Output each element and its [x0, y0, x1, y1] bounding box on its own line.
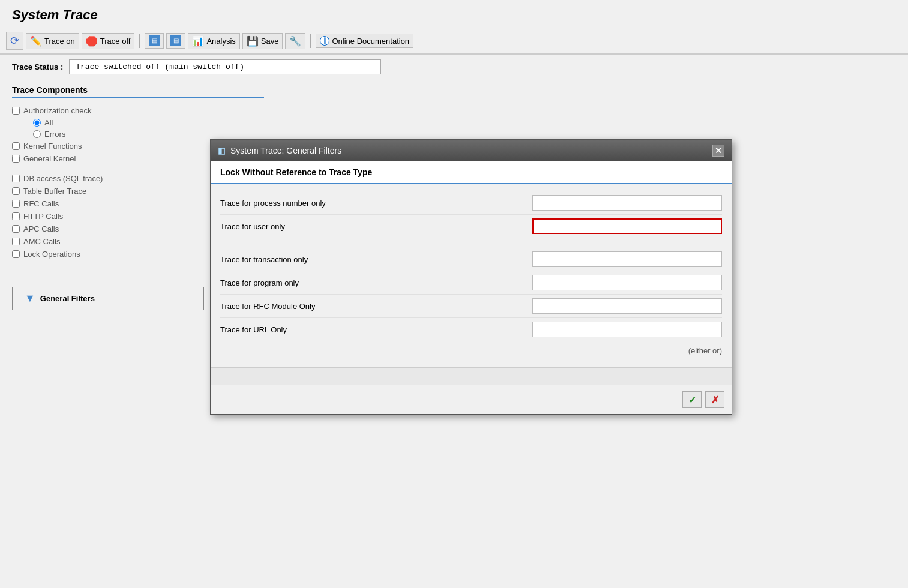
- dialog-buttons: ✓ ✗: [211, 385, 732, 414]
- export2-icon: ▤: [170, 35, 181, 46]
- form-row-transaction: Trace for transaction only: [220, 248, 722, 271]
- form-row-url: Trace for URL Only: [220, 318, 722, 341]
- status-value: Trace switched off (main switch off): [69, 59, 381, 74]
- status-bar: Trace Status : Trace switched off (main …: [0, 55, 908, 79]
- content-area: Trace Components Authorization check All…: [0, 79, 908, 565]
- ok-button[interactable]: ✓: [682, 391, 702, 408]
- trace-off-icon: 🛑: [86, 35, 98, 47]
- dialog-section-header: Lock Without Reference to Trace Type: [211, 161, 732, 184]
- separator-2: [310, 34, 311, 48]
- separator-1: [139, 34, 140, 48]
- transaction-only-input[interactable]: [532, 251, 722, 267]
- save-button[interactable]: 💾 Save: [242, 33, 283, 49]
- online-doc-label: Online Documentation: [332, 37, 409, 46]
- process-number-label: Trace for process number only: [220, 199, 532, 208]
- cancel-icon: ✗: [711, 394, 719, 406]
- dialog-titlebar-left: ◧ System Trace: General Filters: [218, 146, 341, 155]
- trace-off-label: Trace off: [100, 37, 131, 46]
- user-only-label: Trace for user only: [220, 222, 532, 231]
- trace-off-button[interactable]: 🛑 Trace off: [82, 33, 135, 49]
- form-spacer: [220, 238, 722, 248]
- analysis-label: Analysis: [206, 37, 235, 46]
- tools-button[interactable]: 🔧: [285, 33, 305, 49]
- info-icon: i: [320, 36, 329, 46]
- analysis-button[interactable]: 📊 Analysis: [188, 33, 239, 49]
- either-or-row: (either or): [220, 341, 722, 360]
- general-filters-dialog: ◧ System Trace: General Filters ✕ Lock W…: [210, 139, 732, 415]
- rfc-module-only-label: Trace for RFC Module Only: [220, 302, 532, 311]
- dialog-window-icon: ◧: [218, 146, 226, 155]
- status-label: Trace Status :: [12, 62, 63, 71]
- page-title: System Trace: [12, 7, 896, 23]
- analysis-icon: 📊: [192, 35, 204, 47]
- form-row-user: Trace for user only: [220, 215, 722, 238]
- export1-button[interactable]: ▤: [145, 33, 164, 49]
- dialog-title: System Trace: General Filters: [230, 146, 341, 155]
- form-row-program: Trace for program only: [220, 271, 722, 295]
- toolbar: ⟳ ✏️ Trace on 🛑 Trace off ▤ ▤ 📊 Analysis…: [0, 28, 908, 55]
- refresh-button[interactable]: ⟳: [6, 32, 23, 50]
- trace-on-icon: ✏️: [30, 35, 42, 47]
- form-row-rfc-module: Trace for RFC Module Only: [220, 295, 722, 318]
- title-bar: System Trace: [0, 0, 908, 28]
- dialog-content: Lock Without Reference to Trace Type Tra…: [211, 161, 732, 414]
- dialog-close-button[interactable]: ✕: [712, 145, 724, 157]
- trace-on-label: Trace on: [44, 37, 75, 46]
- program-only-input[interactable]: [532, 275, 722, 290]
- cancel-button[interactable]: ✗: [705, 391, 724, 408]
- form-row-process: Trace for process number only: [220, 191, 722, 215]
- save-label: Save: [261, 37, 279, 46]
- refresh-icon: ⟳: [10, 34, 19, 47]
- export2-button[interactable]: ▤: [166, 33, 185, 49]
- export1-icon: ▤: [149, 35, 160, 46]
- main-window: System Trace ⟳ ✏️ Trace on 🛑 Trace off ▤…: [0, 0, 908, 588]
- either-or-label: (either or): [688, 346, 722, 355]
- url-only-input[interactable]: [532, 322, 722, 337]
- dialog-separator: [211, 367, 732, 385]
- transaction-only-label: Trace for transaction only: [220, 255, 532, 264]
- dialog-form: Trace for process number only Trace for …: [211, 184, 732, 367]
- user-only-input[interactable]: [532, 218, 722, 234]
- rfc-module-only-input[interactable]: [532, 298, 722, 314]
- program-only-label: Trace for program only: [220, 278, 532, 287]
- tools-icon: 🔧: [289, 35, 301, 47]
- dialog-titlebar: ◧ System Trace: General Filters ✕: [211, 140, 732, 161]
- process-number-input[interactable]: [532, 195, 722, 211]
- save-icon: 💾: [247, 35, 259, 47]
- url-only-label: Trace for URL Only: [220, 325, 532, 334]
- online-doc-button[interactable]: i Online Documentation: [316, 34, 413, 48]
- trace-on-button[interactable]: ✏️ Trace on: [26, 33, 79, 49]
- dialog-overlay: ◧ System Trace: General Filters ✕ Lock W…: [0, 79, 908, 565]
- ok-icon: ✓: [688, 394, 696, 406]
